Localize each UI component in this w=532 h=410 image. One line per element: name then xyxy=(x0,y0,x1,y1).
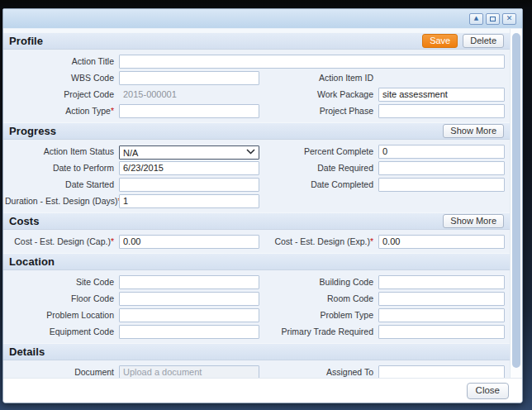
required-mark: * xyxy=(370,236,373,246)
desktop-background: ▲ ✕ Profile Save Delete Action Title xyxy=(0,0,532,410)
action-title-input[interactable] xyxy=(119,55,505,69)
form-scroll-area: Profile Save Delete Action Title WBS Cod… xyxy=(3,29,510,378)
date-completed-label: Date Completed xyxy=(264,179,373,189)
required-mark: * xyxy=(111,106,114,116)
equipment-code-label: Equipment Code xyxy=(5,327,114,336)
action-item-status-label: Action Item Status xyxy=(5,146,114,156)
wbs-code-label: WBS Code xyxy=(5,73,114,83)
form-row: Duration - Est. Design (Days)* xyxy=(5,193,505,209)
assigned-to-label: Assigned To xyxy=(264,367,373,377)
project-code-label: Project Code xyxy=(5,89,114,99)
action-item-id-label: Action Item ID xyxy=(264,73,373,83)
scrollbar-thumb[interactable] xyxy=(512,33,520,368)
section-header-profile: Profile Save Delete xyxy=(3,32,510,50)
building-code-input[interactable] xyxy=(378,275,505,289)
form-row: WBS Code Action Item ID xyxy=(5,69,505,86)
costs-fields: Cost - Est. Design (Cap.)* Cost - Est. D… xyxy=(3,230,510,253)
date-required-input[interactable] xyxy=(378,161,505,175)
delete-button[interactable]: Delete xyxy=(463,34,504,48)
show-more-progress-button[interactable]: Show More xyxy=(443,124,504,138)
location-fields: Site Code Building Code Floor Code Room … xyxy=(3,270,510,343)
form-row: Equipment Code Primary Trade Required xyxy=(5,323,505,340)
cost-est-design-cap-input[interactable] xyxy=(119,235,259,249)
form-row: Date to Perform Date Required xyxy=(5,160,505,176)
problem-type-label: Problem Type xyxy=(264,310,373,320)
section-title: Details xyxy=(9,346,45,358)
building-code-label: Building Code xyxy=(264,277,373,287)
action-type-input[interactable] xyxy=(119,104,259,118)
problem-location-input[interactable] xyxy=(119,308,259,322)
percent-complete-label: Percent Complete xyxy=(264,146,373,156)
floor-code-input[interactable] xyxy=(119,292,259,306)
section-header-location: Location xyxy=(3,253,510,270)
site-code-label: Site Code xyxy=(5,277,114,287)
maximize-window-button[interactable] xyxy=(486,13,500,25)
percent-complete-input[interactable] xyxy=(378,145,505,159)
close-button[interactable]: Close xyxy=(467,383,509,399)
dialog-titlebar[interactable]: ▲ ✕ xyxy=(3,9,522,29)
work-package-label: Work Package xyxy=(264,89,373,99)
room-code-input[interactable] xyxy=(378,292,505,306)
room-code-label: Room Code xyxy=(264,293,373,303)
progress-fields: Action Item Status N/A Percent Complete … xyxy=(3,140,510,212)
duration-est-design-days-input[interactable] xyxy=(119,194,259,208)
assigned-to-input[interactable] xyxy=(378,365,505,379)
dialog-footer: Close xyxy=(3,378,522,403)
site-code-input[interactable] xyxy=(119,275,259,289)
date-started-label: Date Started xyxy=(5,179,114,189)
work-package-input[interactable] xyxy=(378,88,505,102)
maximize-icon xyxy=(490,17,496,21)
form-row: Action Title xyxy=(5,53,505,69)
save-button[interactable]: Save xyxy=(422,34,458,48)
collapse-window-button[interactable]: ▲ xyxy=(469,13,483,25)
details-fields: Document Assigned To xyxy=(3,360,510,378)
form-row: Document Assigned To xyxy=(5,364,505,378)
wbs-code-input[interactable] xyxy=(119,71,259,85)
required-mark: * xyxy=(111,236,114,246)
form-row: Action Item Status N/A Percent Complete xyxy=(5,143,505,160)
section-title: Progress xyxy=(9,125,56,137)
date-to-perform-input[interactable] xyxy=(119,161,259,175)
primary-trade-required-label: Primary Trade Required xyxy=(264,327,373,336)
date-started-input[interactable] xyxy=(119,178,259,192)
show-more-costs-button[interactable]: Show More xyxy=(443,214,504,228)
date-to-perform-label: Date to Perform xyxy=(5,163,114,173)
date-completed-input[interactable] xyxy=(378,178,505,192)
form-row: Floor Code Room Code xyxy=(5,290,505,307)
close-icon: ✕ xyxy=(506,15,513,22)
close-window-button[interactable]: ✕ xyxy=(502,13,516,25)
collapse-icon: ▲ xyxy=(474,16,478,21)
vertical-scrollbar[interactable] xyxy=(510,29,522,378)
section-title: Profile xyxy=(9,35,43,47)
cost-est-design-exp-label: Cost - Est. Design (Exp.)* xyxy=(264,236,373,246)
action-item-status-select[interactable]: N/A xyxy=(119,145,259,160)
section-title: Costs xyxy=(9,215,40,227)
form-row: Cost - Est. Design (Cap.)* Cost - Est. D… xyxy=(5,233,505,250)
document-upload-input[interactable] xyxy=(119,365,259,379)
section-title: Location xyxy=(9,255,55,268)
problem-type-input[interactable] xyxy=(378,308,505,322)
primary-trade-required-input[interactable] xyxy=(378,325,505,339)
document-label: Document xyxy=(5,367,114,377)
problem-location-label: Problem Location xyxy=(5,310,114,320)
action-type-label: Action Type* xyxy=(5,106,114,116)
project-code-value: 2015-000001 xyxy=(119,89,259,99)
equipment-code-input[interactable] xyxy=(119,325,259,339)
section-header-details: Details xyxy=(3,343,510,360)
cost-est-design-cap-label: Cost - Est. Design (Cap.)* xyxy=(5,236,114,246)
duration-est-design-days-label: Duration - Est. Design (Days)* xyxy=(5,196,114,206)
form-row: Project Code 2015-000001 Work Package xyxy=(5,86,505,102)
profile-fields: Action Title WBS Code Action Item ID Pro… xyxy=(3,50,510,122)
dialog-content: Profile Save Delete Action Title WBS Cod… xyxy=(3,29,522,378)
form-row: Site Code Building Code xyxy=(5,274,505,290)
action-title-label: Action Title xyxy=(5,56,114,66)
form-row: Problem Location Problem Type xyxy=(5,307,505,323)
form-row: Date Started Date Completed xyxy=(5,176,505,193)
section-header-progress: Progress Show More xyxy=(3,122,510,140)
floor-code-label: Floor Code xyxy=(5,293,114,303)
project-phase-input[interactable] xyxy=(378,104,505,118)
section-header-costs: Costs Show More xyxy=(3,212,510,230)
action-item-dialog: ▲ ✕ Profile Save Delete Action Title xyxy=(2,8,523,403)
cost-est-design-exp-input[interactable] xyxy=(378,235,505,249)
project-phase-label: Project Phase xyxy=(264,106,373,116)
